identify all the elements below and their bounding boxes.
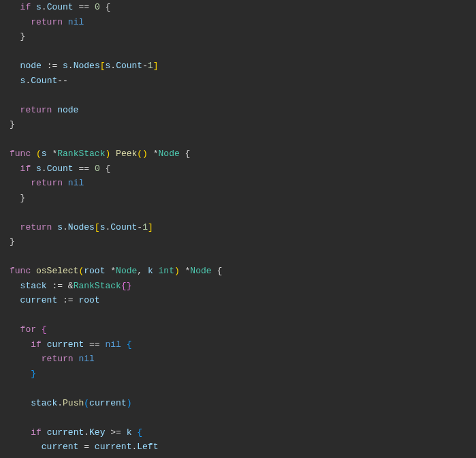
token-num: 1 — [148, 61, 153, 71]
token-prop: Nodes — [68, 222, 95, 232]
token-type: Node — [190, 266, 211, 276]
token-ident: s — [57, 222, 63, 232]
token-kw: func — [10, 149, 36, 159]
token-op: >= — [105, 427, 126, 438]
token-num: 0 — [95, 164, 100, 174]
token-ident: current — [20, 295, 58, 305]
token-prop: Count — [116, 61, 142, 71]
code-line[interactable] — [10, 88, 476, 103]
token-kw: if — [20, 164, 36, 174]
token-brace2: ) — [127, 398, 132, 408]
token-op: - — [137, 222, 142, 232]
token-kw: return — [20, 222, 58, 232]
token-op: . — [63, 222, 68, 232]
token-op: * — [148, 149, 159, 159]
code-line[interactable]: } — [10, 234, 476, 249]
token-punc: } — [20, 193, 26, 203]
token-ident: node — [20, 61, 42, 71]
token-ident: current — [47, 339, 84, 350]
token-nil: nil — [68, 17, 84, 27]
token-prop: Key — [89, 427, 105, 438]
token-paren: ( — [36, 149, 42, 159]
code-editor[interactable]: if s.Count == 0 { return nil } node := s… — [0, 0, 476, 455]
code-line[interactable]: func osSelect(root *Node, k int) *Node { — [10, 264, 476, 279]
token-type: RankStack — [57, 149, 105, 159]
code-line[interactable]: if s.Count == 0 { — [10, 0, 476, 15]
code-line[interactable] — [10, 249, 476, 264]
code-line[interactable]: node := s.Nodes[s.Count-1] — [10, 59, 476, 74]
code-line[interactable]: if current.Key >= k { — [10, 425, 476, 440]
code-line[interactable]: } — [10, 367, 476, 382]
token-op: . — [57, 398, 63, 408]
token-punc: } — [10, 236, 15, 247]
token-prop: Count — [47, 164, 74, 174]
token-prop: Count — [31, 76, 57, 86]
code-line[interactable] — [10, 308, 476, 323]
token-punc: } — [10, 119, 15, 129]
code-line[interactable]: stack := &RankStack{} — [10, 279, 476, 294]
token-type: int — [159, 266, 174, 276]
token-ident: current — [47, 427, 84, 438]
token-brace2: { — [131, 427, 142, 438]
code-line[interactable]: for { — [10, 322, 476, 337]
token-paren: ] — [153, 61, 159, 71]
token-op: := & — [47, 281, 74, 291]
code-line[interactable]: current = current.Left — [10, 440, 476, 455]
token-ident: root — [78, 295, 99, 305]
token-num: 0 — [95, 2, 100, 12]
code-line[interactable] — [10, 410, 476, 425]
token-kw: for — [20, 324, 42, 335]
token-op: . — [68, 61, 74, 71]
code-line[interactable]: return nil — [10, 176, 476, 191]
code-line[interactable]: current := root — [10, 293, 476, 308]
token-op: == — [84, 339, 105, 350]
token-paren: [ — [95, 222, 100, 232]
code-line[interactable] — [10, 132, 476, 147]
token-kw: if — [20, 2, 36, 12]
token-num: 1 — [142, 222, 148, 232]
code-line[interactable]: return nil — [10, 15, 476, 30]
token-prop: Count — [47, 2, 74, 12]
token-op — [110, 149, 116, 159]
code-line[interactable]: } — [10, 29, 476, 44]
token-op: * — [180, 266, 191, 276]
code-line[interactable] — [10, 381, 476, 396]
code-line[interactable]: stack.Push(current) — [10, 396, 476, 411]
token-ident: current — [95, 442, 132, 452]
token-op: == — [74, 2, 95, 12]
code-line[interactable]: if s.Count == 0 { — [10, 162, 476, 177]
token-brace2: } — [31, 369, 36, 379]
code-line[interactable] — [10, 44, 476, 59]
code-line[interactable] — [10, 205, 476, 220]
token-kw: return — [31, 17, 68, 27]
token-nil: nil — [105, 339, 121, 350]
token-func: osSelect — [36, 266, 78, 276]
token-op: . — [110, 61, 116, 71]
code-line[interactable]: return s.Nodes[s.Count-1] — [10, 220, 476, 235]
token-ident: stack — [20, 281, 47, 291]
code-line[interactable]: } — [10, 191, 476, 206]
code-line[interactable]: func (s *RankStack) Peek() *Node { — [10, 147, 476, 162]
token-type: Node — [159, 149, 180, 159]
token-op: * — [105, 266, 116, 276]
code-line[interactable]: s.Count-- — [10, 74, 476, 89]
token-ident: node — [57, 105, 78, 115]
code-line[interactable]: } — [10, 117, 476, 132]
token-ident: root — [84, 266, 105, 276]
code-line[interactable]: return node — [10, 103, 476, 118]
token-nil: nil — [78, 354, 94, 364]
token-paren: ] — [148, 222, 153, 232]
token-paren: ) — [174, 266, 180, 276]
code-line[interactable]: return nil — [10, 352, 476, 367]
code-line[interactable]: if current == nil { — [10, 337, 476, 352]
token-op: - — [142, 61, 148, 71]
token-kw: func — [10, 266, 36, 276]
token-op: * — [47, 149, 58, 159]
token-op: -- — [57, 76, 68, 86]
token-prop: Count — [110, 222, 137, 232]
token-ident: current — [42, 442, 79, 452]
token-op: . — [42, 2, 47, 12]
token-brace2: ( — [84, 398, 89, 408]
token-paren: [ — [100, 61, 106, 71]
token-prop: Left — [137, 442, 158, 452]
